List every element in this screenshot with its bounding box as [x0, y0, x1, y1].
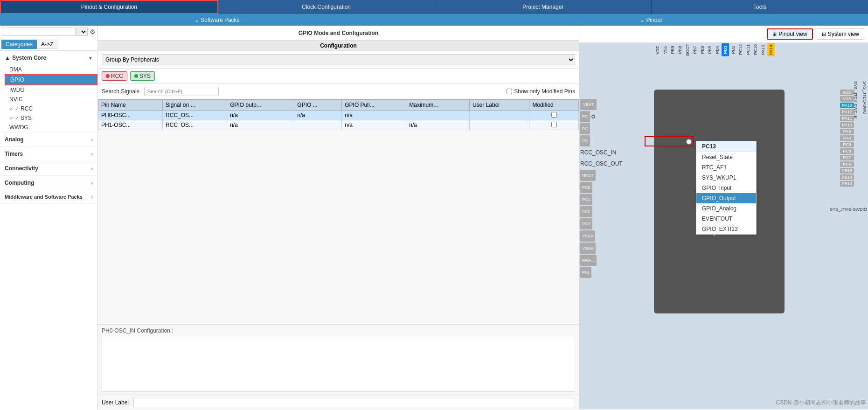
col-gpio-out[interactable]: GPIO outp...	[227, 100, 294, 111]
sidebar-item-nvic[interactable]: NVIC	[5, 95, 97, 104]
sidebar-item-gpio[interactable]: GPIO	[5, 74, 97, 85]
cell-signal: RCC_OS...	[163, 120, 227, 130]
nav-project[interactable]: Project Manager	[435, 0, 652, 14]
section-middleware-header[interactable]: Middleware and Software Packs ›	[0, 190, 97, 203]
pin-table: Pin Name Signal on ... GPIO outp... GPIO…	[98, 99, 579, 130]
cell-pin-name: PH0-OSC...	[98, 111, 163, 120]
cell-modified	[529, 111, 579, 120]
sidebar-item-sys[interactable]: ✓ SYS	[5, 113, 97, 123]
show-modified-label[interactable]: Show only Modified Pins	[507, 88, 575, 95]
tab-az[interactable]: A->Z	[37, 40, 57, 49]
pin-table-header: Pin Name Signal on ... GPIO outp... GPIO…	[98, 100, 579, 111]
right-panel: ⊞ Pinout view ⊟ System view VDD VSS PB9 …	[579, 26, 868, 410]
cell-max: n/a	[406, 120, 470, 130]
modified-checkbox-1[interactable]	[551, 122, 557, 127]
config-section-title: PH0-OSC_IN Configuration :	[102, 327, 173, 334]
main-layout: ⚙ Categories A->Z ▲ System Core ▼ DMA	[0, 26, 868, 410]
sidebar-tabs: Categories A->Z	[0, 38, 97, 51]
section-system-core: ▲ System Core ▼ DMA GPIO IWDG NVIC ✓	[0, 51, 97, 132]
section-computing-header[interactable]: Computing ›	[0, 176, 97, 190]
system-view-btn[interactable]: ⊟ System view	[817, 28, 864, 40]
filter-buttons-row: RCC SYS	[98, 69, 579, 84]
pinout-view-btn[interactable]: ⊞ Pinout view	[767, 28, 812, 40]
right-pin-labels: VDD VSS PA13 PA12 PA11 PA10 PA9 PA8 PC9 …	[840, 90, 854, 187]
cell-gpio-out: n/a	[227, 111, 294, 120]
nav-pinout-sub[interactable]: ⌄ Pinout	[434, 14, 868, 26]
context-menu-item-gpio-output[interactable]: GPIO_Output	[696, 193, 756, 203]
sidebar-item-dma[interactable]: DMA	[5, 65, 97, 74]
col-modified[interactable]: Modified	[529, 100, 579, 111]
context-menu: PC13 Reset_State RTC_AF1 SYS_WKUP1 GPIO_…	[696, 141, 757, 235]
col-pull[interactable]: GPIO Pull...	[342, 100, 406, 111]
nav-software-packs[interactable]: ⌄ Software Packs	[0, 14, 434, 26]
context-menu-item-eventout[interactable]: EVENTOUT	[696, 214, 756, 224]
show-modified-checkbox[interactable]	[507, 89, 512, 94]
group-by-select[interactable]: Group By Peripherals	[102, 54, 575, 65]
cell-max	[406, 111, 470, 120]
cell-label	[469, 111, 529, 120]
expand-icon-connectivity: ›	[91, 166, 93, 171]
col-max[interactable]: Maximum...	[406, 100, 470, 111]
cell-label	[469, 120, 529, 130]
section-timers-header[interactable]: Timers ›	[0, 147, 97, 161]
sidebar-search-input[interactable]	[2, 28, 76, 36]
sidebar-item-rcc[interactable]: ✓ RCC	[5, 104, 97, 113]
context-menu-item-gpio-input[interactable]: GPIO_Input	[696, 183, 756, 193]
tab-categories[interactable]: Categories	[1, 40, 37, 49]
table-row[interactable]: PH0-OSC... RCC_OS... n/a n/a n/a	[98, 111, 579, 120]
center-panel: GPIO Mode and Configuration Configuratio…	[98, 26, 579, 410]
cell-modified	[529, 120, 579, 130]
section-connectivity-header[interactable]: Connectivity ›	[0, 161, 97, 175]
context-menu-item-gpio-analog[interactable]: GPIO_Analog	[696, 203, 756, 214]
sidebar: ⚙ Categories A->Z ▲ System Core ▼ DMA	[0, 26, 98, 410]
cell-gpio-out: n/a	[227, 120, 294, 130]
sidebar-search-select[interactable]	[76, 28, 88, 36]
sys-dot	[134, 74, 138, 78]
section-timers: Timers ›	[0, 147, 97, 161]
sidebar-item-wwdg[interactable]: WWDG	[5, 123, 97, 132]
search-signals-input[interactable]	[144, 87, 219, 96]
section-analog-header[interactable]: Analog ›	[0, 132, 97, 146]
filter-btn-rcc[interactable]: RCC	[102, 71, 127, 81]
col-gpio[interactable]: GPIO ...	[294, 100, 342, 111]
section-connectivity: Connectivity ›	[0, 161, 97, 176]
user-label-row: User Label	[98, 395, 579, 410]
col-label[interactable]: User Label	[469, 100, 529, 111]
rcc-dot	[106, 74, 110, 78]
user-label-input[interactable]	[133, 398, 575, 407]
col-signal[interactable]: Signal on ...	[163, 100, 227, 111]
table-row[interactable]: PH1-OSC... RCC_OS... n/a n/a n/a	[98, 120, 579, 130]
nav-tools[interactable]: Tools	[652, 0, 868, 14]
expand-icon-middleware: ›	[91, 195, 93, 200]
filter-btn-sys[interactable]: SYS	[130, 71, 155, 81]
second-nav: ⌄ Software Packs ⌄ Pinout	[0, 14, 868, 26]
expand-icon-analog: ›	[91, 137, 93, 142]
section-system-core-content: DMA GPIO IWDG NVIC ✓ RCC ✓ SYS	[0, 65, 97, 132]
left-labels: VBAT PC PC PC RCC_OSC_IN RCC_OSC_OUT	[580, 99, 623, 279]
search-signals-label: Search Signals	[102, 88, 139, 95]
expand-icon-timers: ›	[91, 152, 93, 157]
context-menu-item-reset[interactable]: Reset_State	[696, 152, 756, 162]
sidebar-search-row: ⚙	[0, 26, 97, 38]
modified-checkbox-0[interactable]	[551, 112, 557, 118]
context-menu-item-sys-wkup[interactable]: SYS_WKUP1	[696, 173, 756, 183]
context-menu-item-gpio-exti[interactable]: GPIO_EXTI13	[696, 224, 756, 234]
col-pin-name[interactable]: Pin Name	[98, 100, 163, 111]
cell-pull: n/a	[342, 120, 406, 130]
section-system-core-header[interactable]: ▲ System Core ▼	[0, 51, 97, 65]
nav-clock[interactable]: Clock Configuration	[218, 0, 435, 14]
sidebar-item-iwdg[interactable]: IWDG	[5, 85, 97, 95]
top-nav: Pinout & Configuration Clock Configurati…	[0, 0, 868, 14]
view-buttons-row: ⊞ Pinout view ⊟ System view	[579, 26, 868, 43]
pin-table-container: Pin Name Signal on ... GPIO outp... GPIO…	[98, 99, 579, 324]
watermark: CSDN @小胡同志和小张老师的故事	[774, 397, 868, 409]
gear-icon[interactable]: ⚙	[90, 28, 96, 35]
top-pin-labels: VDD VSS PB9 PB8 BOOT PB7 PB6 PB5 PB4 PB3…	[654, 43, 775, 57]
nav-pinout[interactable]: Pinout & Configuration	[0, 0, 218, 14]
user-label-text: User Label	[102, 399, 129, 406]
context-menu-item-rtc[interactable]: RTC_AF1	[696, 162, 756, 173]
expand-icon: ▼	[88, 56, 93, 61]
gpio-title: GPIO Mode and Configuration	[98, 26, 579, 41]
pc-pin-highlight	[645, 136, 694, 146]
cell-gpio	[294, 120, 342, 130]
